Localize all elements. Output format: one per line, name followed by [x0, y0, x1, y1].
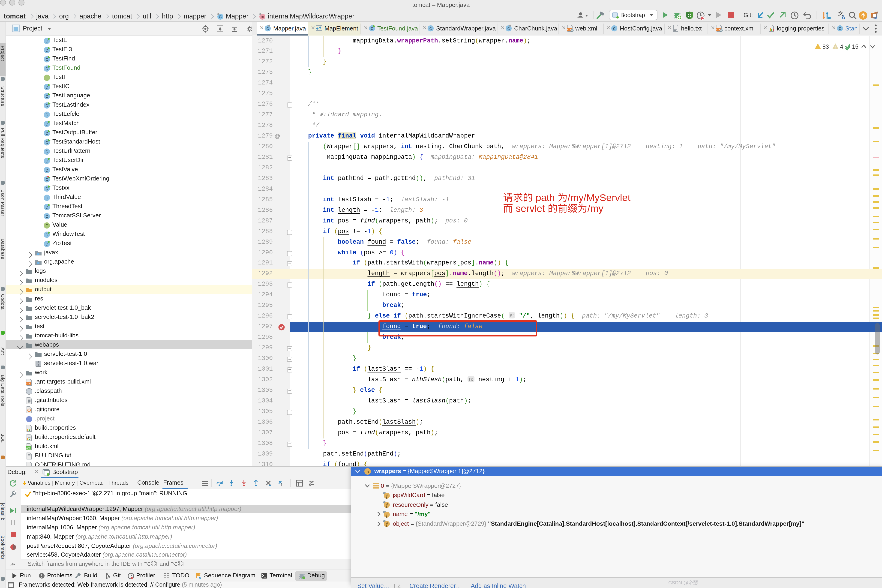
svg-text:83: 83: [822, 43, 829, 50]
svg-text:C: C: [45, 205, 48, 210]
svg-text:C: C: [45, 67, 48, 71]
svg-text:C: C: [838, 26, 841, 31]
svg-text:!: !: [835, 45, 836, 49]
svg-text:servlet: servlet: [516, 202, 545, 214]
svg-text:C: C: [429, 26, 432, 31]
svg-text:C: C: [45, 141, 48, 145]
svg-text:!: !: [818, 45, 818, 49]
svg-text:CSDN @: CSDN @: [668, 580, 688, 585]
svg-text:C: C: [45, 214, 48, 219]
svg-text:C: C: [45, 113, 48, 117]
svg-text:Git:: Git:: [744, 12, 753, 18]
svg-text:<>: <>: [26, 382, 30, 386]
svg-text:C: C: [45, 242, 48, 247]
svg-text:C: C: [45, 196, 48, 201]
svg-text:↑: ↑: [155, 561, 158, 567]
svg-text:C: C: [45, 131, 48, 136]
svg-text:C: C: [688, 13, 691, 18]
svg-text:<>: <>: [716, 28, 720, 31]
svg-text:C: C: [45, 94, 48, 99]
svg-text:I: I: [281, 483, 282, 486]
svg-text:4: 4: [840, 43, 843, 50]
svg-text:Bootstrap: Bootstrap: [620, 12, 645, 18]
svg-text:A: A: [842, 14, 845, 21]
svg-text:C: C: [267, 26, 269, 31]
svg-text:C: C: [613, 26, 616, 31]
svg-text:C: C: [45, 177, 48, 182]
svg-text:↓: ↓: [182, 561, 184, 567]
svg-text:m: m: [261, 15, 264, 19]
svg-text:C: C: [45, 233, 48, 237]
svg-text:C: C: [45, 57, 48, 62]
svg-text:<>: <>: [567, 28, 571, 31]
svg-text:C: C: [45, 187, 48, 191]
svg-text:C: C: [45, 39, 48, 44]
svg-text:15: 15: [852, 43, 858, 50]
svg-text:I: I: [45, 224, 48, 228]
svg-text:C: C: [219, 15, 222, 19]
svg-text:C: C: [45, 48, 48, 53]
svg-text:C: C: [45, 104, 48, 108]
svg-text:C: C: [45, 122, 48, 127]
svg-text:C: C: [370, 26, 373, 31]
svg-text:I: I: [45, 76, 48, 81]
svg-text:C: C: [45, 150, 48, 154]
svg-text:/my: /my: [588, 202, 604, 214]
svg-text:C: C: [45, 85, 48, 90]
svg-text:p: p: [366, 469, 369, 474]
svg-text:/my/MyServlet: /my/MyServlet: [568, 192, 630, 203]
svg-text:ant: ant: [26, 447, 30, 450]
svg-text:.: .: [28, 417, 30, 421]
svg-text:C: C: [45, 159, 48, 164]
svg-text:C: C: [507, 26, 510, 31]
svg-text:path: path: [536, 192, 555, 203]
svg-text:C: C: [45, 168, 48, 173]
